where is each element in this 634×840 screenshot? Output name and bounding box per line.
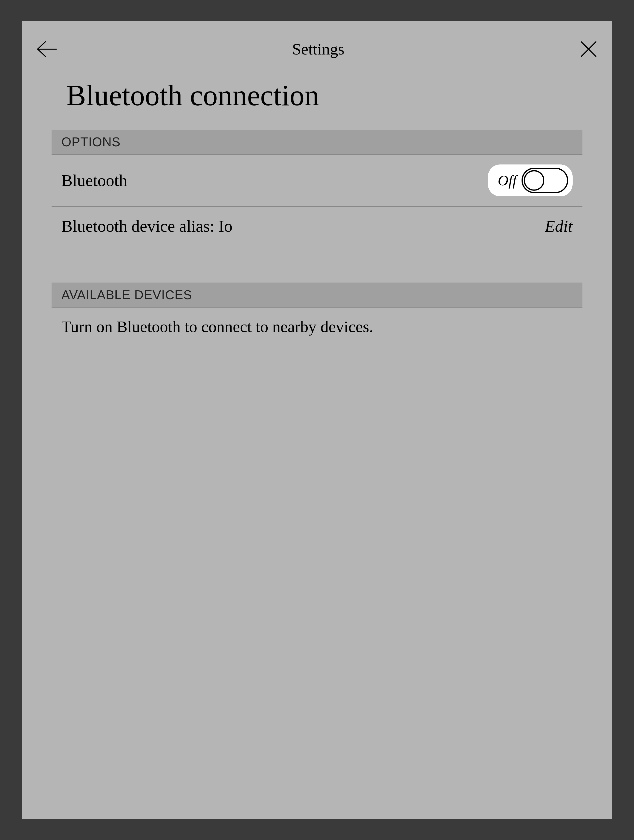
bluetooth-toggle-row: Bluetooth Off — [52, 155, 582, 207]
available-devices-header-text: AVAILABLE DEVICES — [62, 287, 572, 302]
content-area: Bluetooth connection OPTIONS Bluetooth O… — [22, 71, 612, 346]
alias-label: Bluetooth device alias: Io — [62, 216, 232, 236]
toggle-switch-icon — [522, 167, 568, 193]
device-alias-row: Bluetooth device alias: Io Edit — [52, 207, 582, 246]
edit-alias-button[interactable]: Edit — [545, 216, 572, 236]
close-button[interactable] — [576, 39, 601, 59]
options-section-header: OPTIONS — [52, 129, 582, 155]
close-icon — [579, 39, 598, 59]
bluetooth-toggle[interactable]: Off — [488, 164, 572, 196]
page-title: Bluetooth connection — [52, 71, 582, 129]
available-devices-section-header: AVAILABLE DEVICES — [52, 283, 582, 308]
bluetooth-off-info: Turn on Bluetooth to connect to nearby d… — [52, 308, 582, 346]
options-header-text: OPTIONS — [62, 134, 572, 149]
back-button[interactable] — [33, 39, 60, 59]
toggle-knob-icon — [524, 170, 544, 191]
toggle-state-text: Off — [498, 172, 517, 189]
back-arrow-icon — [36, 41, 58, 58]
header-title: Settings — [292, 40, 345, 58]
section-gap — [52, 246, 582, 283]
header-bar: Settings — [22, 21, 612, 71]
settings-screen: Settings Bluetooth connection OPTIONS Bl… — [22, 21, 612, 819]
bluetooth-label: Bluetooth — [62, 171, 127, 190]
